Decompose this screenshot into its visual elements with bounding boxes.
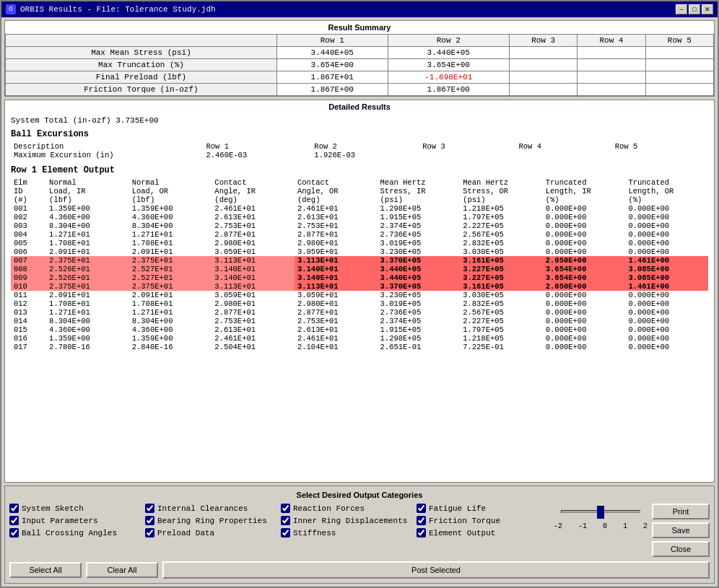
- post-selected-button[interactable]: Post Selected: [162, 561, 710, 579]
- summary-data-row: Max Truncation (%)3.654E+003.654E+00: [6, 59, 714, 71]
- summary-cell: [645, 71, 713, 84]
- clear-all-button[interactable]: Clear All: [86, 562, 158, 578]
- exc-col-row2: Row 2: [311, 142, 419, 151]
- checkbox-col-2: Reaction ForcesInner Ring DisplacementsS…: [281, 504, 414, 537]
- elh2-id: ID: [11, 187, 46, 196]
- title-bar-left: O ORBIS Results - File: Tolerance Study.…: [6, 4, 216, 14]
- checkbox-item[interactable]: Ball Crossing Angles: [9, 528, 142, 537]
- save-button[interactable]: Save: [652, 522, 710, 538]
- exc-col-row4: Row 4: [515, 142, 611, 151]
- table-row: 0161.359E+001.359E+002.461E+012.461E+011…: [11, 334, 708, 343]
- checkbox-input[interactable]: [281, 528, 290, 537]
- checkbox-input[interactable]: [417, 516, 426, 525]
- detailed-results-content[interactable]: System Total (in-ozf) 3.735E+00 Ball Exc…: [5, 113, 714, 482]
- checkbox-item[interactable]: Friction Torque: [417, 516, 549, 525]
- exc-col-row1: Row 1: [203, 142, 311, 151]
- maximize-button[interactable]: □: [689, 4, 700, 14]
- select-all-button[interactable]: Select All: [9, 562, 82, 578]
- minimize-button[interactable]: −: [676, 4, 687, 14]
- checkbox-input[interactable]: [417, 504, 426, 513]
- checkbox-item[interactable]: Internal Clearances: [145, 504, 278, 513]
- checkbox-col-1: Internal ClearancesBearing Ring Properti…: [145, 504, 278, 537]
- checkbox-input[interactable]: [145, 516, 154, 525]
- exc-col-desc: Description: [11, 142, 203, 151]
- summary-cell: 3.654E+00: [276, 59, 388, 71]
- checkbox-label: Preload Data: [157, 529, 214, 537]
- elh3-t1: (%): [543, 196, 626, 204]
- checkbox-input[interactable]: [9, 504, 19, 513]
- exc-col-row5: Row 5: [612, 142, 708, 151]
- right-buttons-area: Print Save Close: [652, 504, 710, 557]
- summary-cell: 3.654E+00: [388, 59, 509, 71]
- summary-cell: -1.698E+01: [388, 71, 509, 84]
- summary-cell: Final Preload (lbf): [6, 71, 277, 84]
- close-button-bottom[interactable]: Close: [652, 541, 710, 557]
- checkbox-input[interactable]: [417, 528, 426, 537]
- summary-cell: [578, 84, 645, 96]
- checkbox-item[interactable]: Bearing Ring Properties: [145, 516, 278, 525]
- summary-data-row: Max Mean Stress (psi)3.440E+053.440E+05: [6, 47, 714, 59]
- checkbox-item[interactable]: Input Parameters: [9, 516, 142, 525]
- summary-cell: [645, 59, 713, 71]
- checkbox-item[interactable]: System Sketch: [9, 504, 142, 513]
- bottom-panel: Select Desired Output Categories System …: [4, 486, 715, 584]
- summary-col-row1: Row 1: [276, 35, 388, 47]
- detailed-results-title: Detailed Results: [5, 100, 714, 113]
- elh2-t1: Length, IR: [543, 187, 626, 196]
- elh3-c2: (deg): [295, 196, 378, 204]
- print-button[interactable]: Print: [652, 504, 710, 519]
- table-row: 0082.526E+012.527E+013.140E+013.140E+013…: [11, 265, 708, 273]
- elh-t2: Truncated: [625, 178, 708, 187]
- summary-cell: [578, 71, 645, 84]
- checkbox-input[interactable]: [9, 528, 19, 537]
- summary-cell: [509, 59, 577, 71]
- checkbox-item[interactable]: Reaction Forces: [281, 504, 414, 513]
- elh-t1: Truncated: [543, 178, 626, 187]
- table-row: 0072.375E+012.375E+013.113E+013.113E+013…: [11, 256, 708, 265]
- checkbox-input[interactable]: [281, 504, 290, 513]
- main-window: O ORBIS Results - File: Tolerance Study.…: [0, 0, 719, 588]
- checkbox-input[interactable]: [145, 504, 154, 513]
- checkbox-col-0: System SketchInput ParametersBall Crossi…: [9, 504, 142, 537]
- table-row: 0154.360E+004.360E+002.613E+012.613E+011…: [11, 325, 708, 334]
- summary-cell: 3.440E+05: [276, 47, 388, 59]
- table-row: 0172.780E-162.840E-162.504E+012.104E+012…: [11, 343, 708, 351]
- close-button[interactable]: ✕: [702, 4, 713, 14]
- checkbox-label: Friction Torque: [429, 517, 500, 525]
- checkbox-item[interactable]: Preload Data: [145, 528, 278, 537]
- checkbox-input[interactable]: [281, 516, 290, 525]
- exc-col-row3: Row 3: [419, 142, 515, 151]
- summary-data-row: Final Preload (lbf)1.867E+01-1.698E+01: [6, 71, 714, 84]
- table-row: 0051.708E+011.708E+012.980E+012.980E+013…: [11, 239, 708, 247]
- summary-cell: 1.867E+00: [276, 84, 388, 96]
- table-row: 0092.526E+012.527E+013.140E+013.140E+013…: [11, 273, 708, 282]
- elh2-t2: Length, OR: [625, 187, 708, 196]
- elh-c2: Contact: [295, 178, 378, 187]
- elh3-n1: (lbf): [46, 196, 129, 204]
- checkbox-item[interactable]: Stiffness: [281, 528, 414, 537]
- table-row: 0041.271E+011.271E+012.877E+012.877E+012…: [11, 230, 708, 239]
- checkbox-item[interactable]: Fatigue Life: [417, 504, 549, 513]
- checkbox-label: Internal Clearances: [157, 504, 248, 513]
- row1-element-section: Row 1 Element Output Elm Normal Normal C…: [11, 165, 708, 351]
- ball-excursions-header: Ball Excursions: [11, 129, 708, 139]
- summary-col-row4: Row 4: [578, 35, 645, 47]
- element-header3: (#) (lbf) (lbf) (deg) (deg) (psi) (psi) …: [11, 196, 708, 204]
- summary-cell: 1.867E+00: [388, 84, 509, 96]
- title-bar-controls: − □ ✕: [676, 4, 713, 14]
- table-row: 0131.271E+011.271E+012.877E+012.877E+012…: [11, 308, 708, 317]
- output-categories-title: Select Desired Output Categories: [9, 491, 710, 499]
- checkbox-item[interactable]: Element Output: [417, 528, 549, 537]
- slider-area: -2 -1 0 1 2: [554, 504, 648, 530]
- checkbox-input[interactable]: [145, 528, 154, 537]
- checkbox-label: Reaction Forces: [293, 504, 365, 513]
- summary-data-row: Friction Torque (in-ozf)1.867E+001.867E+…: [6, 84, 714, 96]
- slider-labels: -2 -1 0 1 2: [554, 522, 648, 530]
- checkbox-label: System Sketch: [22, 504, 84, 513]
- table-row: 0062.091E+012.091E+013.059E+013.059E+013…: [11, 247, 708, 256]
- checkbox-item[interactable]: Inner Ring Displacements: [281, 516, 414, 525]
- elh2-c1: Angle, IR: [212, 187, 295, 196]
- elh2-c2: Angle, OR: [295, 187, 378, 196]
- checkbox-input[interactable]: [9, 516, 19, 525]
- summary-cell: Max Mean Stress (psi): [6, 47, 277, 59]
